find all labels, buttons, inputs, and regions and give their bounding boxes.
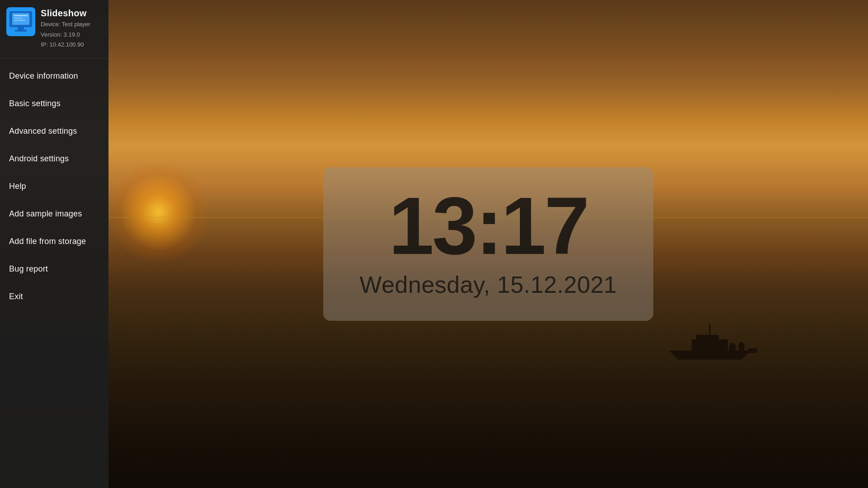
boat-silhouette bbox=[642, 314, 778, 371]
nav-item-device-information[interactable]: Device information bbox=[0, 62, 108, 90]
svg-point-3 bbox=[729, 343, 736, 354]
nav-item-add-sample-images[interactable]: Add sample images bbox=[0, 200, 108, 228]
svg-rect-7 bbox=[12, 13, 29, 25]
nav-list: Device information Basic settings Advanc… bbox=[0, 59, 108, 488]
app-device: Device: Test player bbox=[41, 20, 90, 29]
nav-item-add-file-from-storage[interactable]: Add file from storage bbox=[0, 228, 108, 255]
clock-time: 13:17 bbox=[389, 185, 588, 267]
svg-rect-10 bbox=[14, 15, 28, 16]
app-name: Slideshow bbox=[41, 8, 90, 19]
app-version: Version: 3.19.0 bbox=[41, 30, 90, 39]
app-info: Slideshow Device: Test player Version: 3… bbox=[41, 7, 90, 49]
svg-rect-5 bbox=[748, 348, 757, 353]
app-ip: IP: 10.42.100.90 bbox=[41, 40, 90, 49]
main-content: 13:17 Wednesday, 15.12.2021 bbox=[108, 0, 868, 488]
clock-date: Wednesday, 15.12.2021 bbox=[359, 271, 617, 298]
clock-widget: 13:17 Wednesday, 15.12.2021 bbox=[323, 167, 653, 321]
svg-rect-8 bbox=[18, 27, 24, 30]
svg-rect-12 bbox=[14, 20, 25, 21]
nav-item-basic-settings[interactable]: Basic settings bbox=[0, 90, 108, 117]
svg-rect-11 bbox=[14, 18, 23, 19]
nav-item-help[interactable]: Help bbox=[0, 173, 108, 200]
svg-rect-9 bbox=[15, 30, 27, 32]
nav-item-bug-report[interactable]: Bug report bbox=[0, 255, 108, 283]
nav-item-android-settings[interactable]: Android settings bbox=[0, 145, 108, 173]
sidebar: Slideshow Device: Test player Version: 3… bbox=[0, 0, 108, 488]
nav-item-advanced-settings[interactable]: Advanced settings bbox=[0, 117, 108, 145]
svg-rect-1 bbox=[696, 335, 719, 342]
nav-item-exit[interactable]: Exit bbox=[0, 283, 108, 310]
app-icon bbox=[6, 7, 35, 36]
svg-point-4 bbox=[738, 342, 745, 352]
app-header: Slideshow Device: Test player Version: 3… bbox=[0, 0, 108, 59]
